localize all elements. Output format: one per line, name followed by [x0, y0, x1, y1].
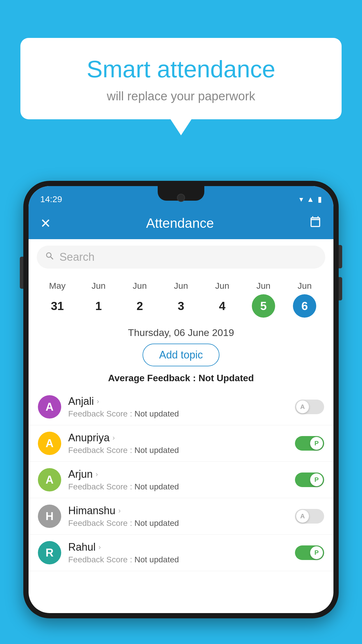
- calendar-date-number: 6: [293, 294, 316, 318]
- search-icon: [45, 251, 55, 263]
- calendar-month-label: Jun: [298, 281, 312, 291]
- student-feedback-score: Feedback Score : Not updated: [68, 446, 288, 455]
- student-info: Rahul ›Feedback Score : Not updated: [68, 541, 288, 564]
- app-bar: ✕ Attendance: [29, 207, 333, 239]
- power-button[interactable]: [20, 257, 23, 289]
- student-item[interactable]: HHimanshu ›Feedback Score : Not updatedA: [29, 498, 333, 535]
- app-tagline-subtitle: will replace your paperwork: [41, 89, 321, 103]
- calendar-date-number: 1: [87, 294, 110, 318]
- student-avatar: A: [38, 395, 61, 419]
- chevron-right-icon: ›: [99, 543, 101, 551]
- calendar-month-label: May: [49, 281, 66, 291]
- attendance-toggle[interactable]: P: [295, 436, 324, 451]
- status-icons: ▾ ▲ ▮: [299, 195, 322, 204]
- calendar-day[interactable]: Jun3: [169, 281, 193, 318]
- phone-frame: 14:29 ▾ ▲ ▮ ✕ Attendance: [23, 181, 339, 644]
- calendar-day[interactable]: Jun4: [210, 281, 234, 318]
- calendar-date-number: 3: [169, 294, 193, 318]
- toggle-knob: P: [310, 546, 323, 559]
- calendar-day[interactable]: May31: [46, 281, 69, 318]
- phone-camera: [177, 194, 185, 202]
- calendar-date-number: 4: [210, 294, 234, 318]
- status-time: 14:29: [40, 194, 62, 204]
- chevron-right-icon: ›: [97, 397, 99, 405]
- calendar-month-label: Jun: [256, 281, 270, 291]
- search-bar[interactable]: Search: [37, 246, 325, 269]
- calendar-icon[interactable]: [309, 215, 322, 231]
- average-feedback: Average Feedback : Not Updated: [29, 373, 333, 384]
- student-item[interactable]: RRahul ›Feedback Score : Not updatedP: [29, 535, 333, 571]
- phone-notch: [158, 186, 204, 201]
- battery-icon: ▮: [318, 195, 322, 204]
- speech-bubble-container: Smart attendance will replace your paper…: [20, 38, 342, 119]
- calendar-month-label: Jun: [215, 281, 229, 291]
- calendar-day[interactable]: Jun5: [252, 281, 275, 318]
- phone-screen: 14:29 ▾ ▲ ▮ ✕ Attendance: [29, 186, 333, 613]
- toggle-knob: A: [296, 510, 309, 523]
- app-tagline-title: Smart attendance: [41, 55, 321, 83]
- calendar-day[interactable]: Jun1: [87, 281, 110, 318]
- student-info: Arjun ›Feedback Score : Not updated: [68, 468, 288, 491]
- attendance-toggle[interactable]: P: [295, 545, 324, 560]
- student-name: Arjun ›: [68, 468, 288, 480]
- attendance-toggle[interactable]: A: [295, 509, 324, 524]
- toggle-knob: P: [310, 437, 323, 450]
- student-feedback-score: Feedback Score : Not updated: [68, 409, 288, 419]
- student-avatar: H: [38, 505, 61, 528]
- avg-feedback-value: Not Updated: [198, 373, 254, 383]
- student-avatar: A: [38, 432, 61, 455]
- calendar-day[interactable]: Jun2: [128, 281, 152, 318]
- calendar-date-number: 5: [252, 294, 275, 318]
- search-placeholder: Search: [59, 251, 94, 263]
- student-name: Rahul ›: [68, 541, 288, 553]
- attendance-toggle[interactable]: P: [295, 473, 324, 487]
- calendar-month-label: Jun: [174, 281, 188, 291]
- chevron-right-icon: ›: [96, 470, 98, 478]
- avg-feedback-label: Average Feedback :: [108, 373, 196, 383]
- app-title: Attendance: [146, 215, 214, 231]
- student-avatar: A: [38, 468, 61, 491]
- calendar-month-label: Jun: [92, 281, 106, 291]
- add-topic-button[interactable]: Add topic: [143, 344, 219, 366]
- phone-outer: 14:29 ▾ ▲ ▮ ✕ Attendance: [23, 181, 339, 618]
- student-feedback-score: Feedback Score : Not updated: [68, 482, 288, 491]
- calendar-day[interactable]: Jun6: [293, 281, 316, 318]
- student-name: Anupriya ›: [68, 432, 288, 444]
- student-info: Himanshu ›Feedback Score : Not updated: [68, 505, 288, 528]
- toggle-knob: P: [310, 473, 323, 486]
- student-list: AAnjali ›Feedback Score : Not updatedAAA…: [29, 389, 333, 571]
- chevron-right-icon: ›: [113, 434, 115, 442]
- student-name: Himanshu ›: [68, 505, 288, 517]
- student-feedback-score: Feedback Score : Not updated: [68, 555, 288, 564]
- calendar-month-label: Jun: [133, 281, 147, 291]
- close-button[interactable]: ✕: [40, 216, 51, 231]
- student-info: Anupriya ›Feedback Score : Not updated: [68, 432, 288, 455]
- volume-down-button[interactable]: [339, 277, 342, 300]
- calendar-strip: May31Jun1Jun2Jun3Jun4Jun5Jun6: [29, 275, 333, 321]
- signal-icon: ▲: [307, 195, 314, 204]
- wifi-icon: ▾: [299, 195, 303, 204]
- student-item[interactable]: AAnupriya ›Feedback Score : Not updatedP: [29, 425, 333, 462]
- chevron-right-icon: ›: [118, 507, 121, 515]
- student-item[interactable]: AArjun ›Feedback Score : Not updatedP: [29, 462, 333, 498]
- calendar-date-number: 2: [128, 294, 152, 318]
- student-feedback-score: Feedback Score : Not updated: [68, 519, 288, 528]
- attendance-toggle[interactable]: A: [295, 400, 324, 414]
- student-avatar: R: [38, 541, 61, 564]
- calendar-date-number: 31: [46, 294, 69, 318]
- student-item[interactable]: AAnjali ›Feedback Score : Not updatedA: [29, 389, 333, 425]
- student-info: Anjali ›Feedback Score : Not updated: [68, 395, 288, 419]
- speech-bubble: Smart attendance will replace your paper…: [20, 38, 342, 119]
- toggle-knob: A: [296, 400, 309, 413]
- volume-up-button[interactable]: [339, 245, 342, 268]
- selected-date-header: Thursday, 06 June 2019: [29, 321, 333, 344]
- student-name: Anjali ›: [68, 395, 288, 407]
